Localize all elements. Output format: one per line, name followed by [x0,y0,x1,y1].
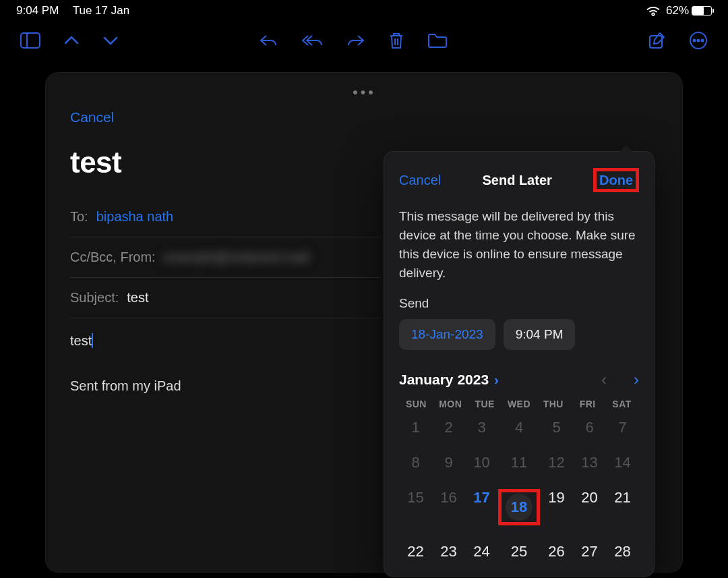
calendar-day: 15 [399,486,432,528]
trash-icon[interactable] [388,32,404,49]
calendar-grid: 1234567891011121314151617181920212223242… [399,416,639,563]
from-value-redacted: example@redacted.mail [164,250,309,265]
to-field[interactable]: To: bipasha nath [70,197,380,237]
subject-label: Subject: [70,290,119,306]
svg-point-5 [698,40,700,42]
calendar-day: 5 [540,416,573,439]
calendar-day: 1 [399,416,432,439]
status-bar: 9:04 PM Tue 17 Jan 62% [0,0,728,18]
popover-description: This message will be delivered by this d… [399,207,639,283]
svg-point-4 [694,40,696,42]
calendar-day: 8 [399,451,432,474]
calendar-day: 11 [498,451,540,474]
wifi-icon [646,5,661,16]
calendar-day-selected[interactable]: 18 [498,486,540,528]
nav-up-icon[interactable] [63,35,80,46]
status-date: Tue 17 Jan [73,4,129,17]
calendar-day: 10 [465,451,498,474]
calendar-day: 6 [573,416,606,439]
subject-field[interactable]: Subject: test [70,278,380,318]
popover-cancel-button[interactable]: Cancel [399,173,441,188]
popover-done-button[interactable]: Done [599,173,633,187]
next-month-button[interactable]: › [634,370,639,389]
calendar-day: 12 [540,451,573,474]
compose-cancel-button[interactable]: Cancel [70,109,114,125]
calendar-day: 3 [465,416,498,439]
reply-icon[interactable] [259,33,278,48]
calendar-day: 16 [432,486,465,528]
calendar-day[interactable]: 22 [399,540,432,563]
compose-icon[interactable] [648,32,666,49]
forward-icon[interactable] [346,33,365,48]
status-time: 9:04 PM [16,4,59,17]
reply-all-icon[interactable] [301,33,324,48]
highlight-done: Done [593,168,639,192]
send-label: Send [399,296,639,311]
calendar-day[interactable]: 27 [573,540,606,563]
calendar-day: 2 [432,416,465,439]
folder-icon[interactable] [427,32,448,49]
calendar-day: 4 [498,416,540,439]
ccbcc-field[interactable]: Cc/Bcc, From: example@redacted.mail [70,237,380,278]
subject-value: test [127,290,148,306]
calendar-day[interactable]: 28 [606,540,639,563]
calendar-day: 14 [606,451,639,474]
sidebar-toggle-icon[interactable] [20,32,40,49]
grabber-dots-icon[interactable]: ●●● [46,86,682,97]
ccbcc-label: Cc/Bcc, From: [70,250,156,265]
calendar-day[interactable]: 23 [432,540,465,563]
calendar-day: 13 [573,451,606,474]
calendar-day[interactable]: 25 [498,540,540,563]
prev-month-button[interactable]: ‹ [601,370,607,389]
calendar-day[interactable]: 26 [540,540,573,563]
send-date-pill[interactable]: 18-Jan-2023 [399,319,495,350]
more-icon[interactable] [689,31,708,50]
chevron-right-icon: › [494,372,499,388]
calendar-day[interactable]: 19 [540,486,573,528]
svg-point-6 [702,40,704,42]
to-value: bipasha nath [96,209,174,225]
battery-pct: 62% [666,4,689,18]
calendar-day[interactable]: 24 [465,540,498,563]
send-time-pill[interactable]: 9:04 PM [504,319,576,350]
popover-title: Send Later [482,173,551,188]
to-label: To: [70,209,88,225]
calendar-day: 9 [432,451,465,474]
calendar-month-button[interactable]: January 2023 › [399,372,499,388]
calendar-day: 7 [606,416,639,439]
calendar-day[interactable]: 17 [465,486,498,528]
battery-indicator: 62% [666,4,712,18]
send-later-popover: Cancel Send Later Done This message will… [384,152,654,577]
calendar-day[interactable]: 20 [573,486,606,528]
calendar-day[interactable]: 21 [606,486,639,528]
nav-down-icon[interactable] [102,35,119,46]
mail-toolbar [0,18,728,57]
svg-rect-0 [21,33,40,48]
calendar-dow-header: SUNMONTUEWEDTHUFRISAT [399,399,639,409]
